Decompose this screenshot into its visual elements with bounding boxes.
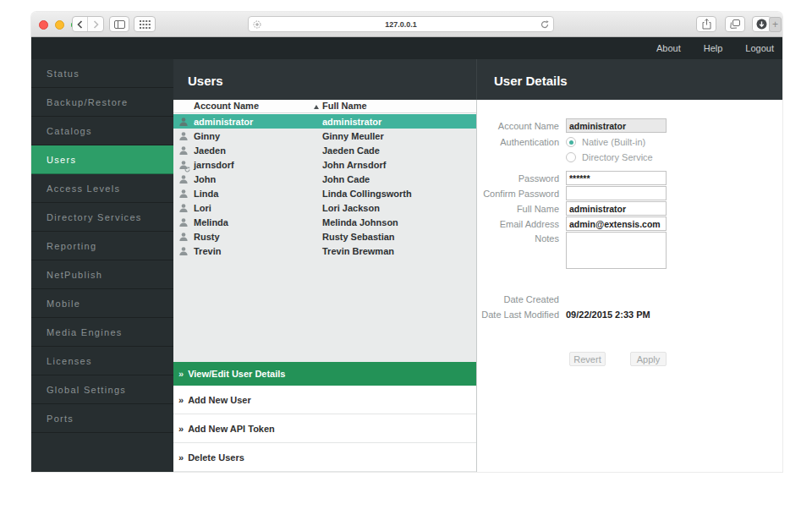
user-icon (173, 131, 194, 141)
sidebar-item-status[interactable]: Status (31, 59, 173, 88)
sidebar-item-media-engines[interactable]: Media Engines (31, 318, 173, 347)
details-panel-title: User Details (494, 74, 568, 88)
grid-icon (140, 20, 151, 29)
browser-chrome: 127.0.0.1 (31, 12, 782, 37)
refresh-icon[interactable] (540, 20, 549, 29)
table-header: Account Name Full Name (173, 100, 476, 113)
sidebar-item-access-levels[interactable]: Access Levels (31, 174, 173, 203)
sidebar-item-backup-restore[interactable]: Backup/Restore (31, 88, 173, 117)
email-address-field[interactable] (566, 216, 667, 231)
full-name-cell: Linda Collingsworth (322, 189, 476, 199)
panel-divider (476, 59, 477, 100)
view-edit-user-details-action[interactable]: » View/Edit User Details (173, 362, 476, 386)
table-row[interactable]: Ginny Ginny Meuller (173, 129, 476, 143)
minimize-window-button[interactable] (55, 20, 64, 30)
user-icon (173, 145, 194, 156)
column-header-full-name[interactable]: Full Name (322, 101, 367, 111)
notes-label: Notes (477, 232, 566, 244)
table-row[interactable]: Linda Linda Collingsworth (173, 186, 476, 200)
full-name-label: Full Name (477, 204, 566, 214)
sidebar-item-ports[interactable]: Ports (31, 404, 173, 433)
date-created-label: Date Created (477, 294, 566, 304)
sidebar-toggle-button[interactable] (109, 16, 129, 32)
main-area: Status Backup/Restore Catalogs Users Acc… (31, 59, 782, 472)
sidebar-item-licenses[interactable]: Licenses (31, 347, 173, 375)
full-name-cell: Jaeden Cade (322, 145, 476, 156)
radio-directory-service[interactable] (566, 152, 576, 162)
action-label: Add New User (188, 395, 251, 405)
action-label: Delete Users (188, 452, 244, 463)
browser-window: 127.0.0.1 (31, 12, 782, 472)
account-name-cell: Linda (194, 189, 322, 199)
table-row[interactable]: jarnsdorf John Arnsdorf (173, 157, 476, 172)
confirm-password-field[interactable] (566, 186, 667, 200)
account-name-label: Account Name (477, 121, 566, 131)
apply-button[interactable]: Apply (630, 352, 667, 366)
full-name-cell: Melinda Johnson (322, 217, 476, 227)
full-name-cell: Rusty Sebastian (322, 232, 476, 242)
directory-user-icon (173, 160, 194, 170)
notes-field[interactable] (566, 232, 667, 269)
help-link[interactable]: Help (704, 43, 723, 53)
table-row[interactable]: John John Cade (173, 172, 476, 186)
account-name-cell: Trevin (194, 246, 322, 256)
table-row[interactable]: administrator administrator (173, 114, 476, 129)
add-new-api-token-action[interactable]: » Add New API Token (173, 414, 476, 443)
sort-ascending-icon (314, 105, 319, 109)
date-last-modified-value: 09/22/2015 2:33 PM (566, 310, 650, 320)
history-nav-group (72, 16, 104, 32)
column-header-account-name[interactable]: Account Name (194, 101, 259, 111)
action-marker: » (178, 424, 184, 434)
table-row[interactable]: Rusty Rusty Sebastian (173, 229, 476, 244)
share-button[interactable] (696, 16, 716, 32)
users-panel: Account Name Full Name administrator adm… (173, 100, 476, 472)
full-name-cell: Lori Jackson (322, 203, 476, 213)
table-row[interactable]: Melinda Melinda Johnson (173, 215, 476, 229)
revert-button[interactable]: Revert (569, 352, 606, 366)
table-row[interactable]: Jaeden Jaeden Cade (173, 143, 476, 157)
user-icon (173, 117, 194, 127)
close-window-button[interactable] (39, 20, 48, 30)
table-row[interactable]: Lori Lori Jackson (173, 200, 476, 215)
user-icon (173, 174, 194, 184)
tab-overview-button[interactable] (725, 16, 745, 32)
sidebar-item-global-settings[interactable]: Global Settings (31, 375, 173, 404)
table-row[interactable]: Trevin Trevin Brewman (173, 244, 476, 258)
account-name-cell: Melinda (194, 217, 322, 227)
delete-users-action[interactable]: » Delete Users (173, 443, 476, 472)
radio-directory-service-label: Directory Service (582, 152, 653, 162)
action-marker: » (178, 452, 184, 463)
radio-native-builtin-label: Native (Built-in) (582, 137, 645, 147)
full-name-cell: administrator (322, 117, 476, 127)
forward-button[interactable] (88, 17, 103, 31)
user-icon (173, 189, 194, 199)
sidebar-item-reporting[interactable]: Reporting (31, 232, 173, 260)
tabs-overlap-icon (730, 19, 740, 29)
add-new-user-action[interactable]: » Add New User (173, 386, 476, 414)
sidebar-item-directory-services[interactable]: Directory Services (31, 203, 173, 232)
sidebar-item-catalogs[interactable]: Catalogs (31, 117, 173, 145)
section-header-band: Users User Details (173, 59, 782, 100)
full-name-field[interactable] (566, 201, 667, 216)
users-panel-title: Users (188, 74, 223, 88)
user-icon (173, 246, 194, 256)
action-marker: » (178, 395, 184, 405)
share-icon (702, 19, 711, 30)
desktop: 127.0.0.1 (0, 0, 812, 515)
logout-link[interactable]: Logout (745, 43, 774, 53)
account-name-cell: administrator (194, 117, 322, 127)
user-icon (173, 217, 194, 227)
full-name-cell: John Cade (322, 174, 476, 184)
sidebar-item-mobile[interactable]: Mobile (31, 289, 173, 318)
back-button[interactable] (73, 17, 88, 31)
address-bar[interactable]: 127.0.0.1 (248, 16, 554, 32)
sidebar-item-netpublish[interactable]: NetPublish (31, 260, 173, 289)
password-field[interactable] (566, 171, 667, 185)
date-last-modified-label: Date Last Modified (477, 310, 566, 320)
sidebar-item-users[interactable]: Users (31, 145, 173, 174)
new-tab-button[interactable]: + (769, 17, 782, 32)
about-link[interactable]: About (656, 43, 681, 53)
radio-native-builtin[interactable] (566, 137, 576, 147)
top-sites-button[interactable] (134, 16, 156, 32)
account-name-field[interactable] (566, 118, 667, 133)
